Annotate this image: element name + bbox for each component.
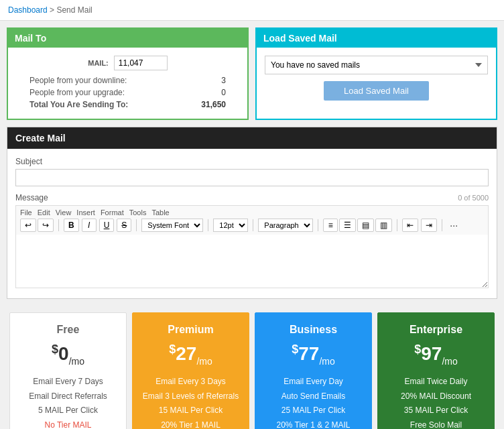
align-left-button[interactable]: ≡ [323,219,338,232]
align-justify-button[interactable]: ▥ [375,219,392,232]
menu-insert[interactable]: Insert [76,208,95,217]
align-right-button[interactable]: ▤ [357,219,374,232]
more-options-button[interactable]: ··· [447,220,460,231]
plan-premium-name: Premium [141,324,241,336]
align-group: ≡ ☰ ▤ ▥ [323,219,392,232]
downline-label: People from your downline: [29,76,127,85]
paragraph-select[interactable]: Paragraph [258,219,313,232]
plan-business-features: Email Every Day Auto Send Emails 25 MAIL… [263,375,363,429]
bold-button[interactable]: B [64,219,79,232]
upgrade-label: People from your upgrade: [29,88,125,97]
italic-button[interactable]: I [82,219,97,232]
plan-free-price: $0/mo [18,343,118,367]
editor-toolbar: File Edit View Insert Format Tools Table… [15,205,489,235]
plan-free: Free $0/mo Email Every 7 Days Email Dire… [9,312,127,429]
create-mail-title: Create Mail [7,127,497,149]
align-center-button[interactable]: ☰ [339,219,356,232]
create-mail-section: Create Mail Subject Message 0 of 5000 Fi… [7,127,497,299]
plan-free-name: Free [18,324,118,336]
underline-button[interactable]: U [99,219,115,232]
font-family-select[interactable]: System Font [141,219,203,232]
message-label: Message [15,193,48,202]
toolbar-separator-4 [253,219,253,231]
plan-enterprise-name: Enterprise [386,324,486,336]
load-saved-button[interactable]: Load Saved Mail [324,81,429,101]
load-saved-box: Load Saved Mail You have no saved mails … [255,27,497,120]
plan-premium: Premium $27/mo Email Every 3 Days Email … [132,312,249,429]
pricing-section: Free $0/mo Email Every 7 Days Email Dire… [0,306,504,429]
breadcrumb: Dashboard > Send Mail [0,0,504,21]
plan-enterprise-price: $97/mo [386,343,486,367]
plan-enterprise-features: Email Twice Daily 20% MAIL Discount 35 M… [386,375,486,429]
subject-label: Subject [15,157,489,166]
undo-button[interactable]: ↩ [20,219,36,232]
toolbar-separator-1 [58,219,59,231]
mail-info-downline: People from your downline: 3 [16,74,239,86]
menu-view[interactable]: View [56,208,72,217]
toolbar-separator-7 [442,219,442,231]
plan-business: Business $77/mo Email Every Day Auto Sen… [255,312,372,429]
undo-redo-group: ↩ ↪ [20,219,54,232]
saved-mail-select[interactable]: You have no saved mails [265,56,488,74]
plan-business-name: Business [263,324,363,336]
breadcrumb-dashboard[interactable]: Dashboard [8,5,48,15]
menu-table[interactable]: Table [151,208,169,217]
toolbar-separator-3 [208,219,208,231]
message-count: 0 of 5000 [458,194,489,202]
plan-premium-price: $27/mo [141,343,241,367]
message-textarea[interactable] [15,235,489,288]
menu-format[interactable]: Format [101,208,124,217]
subject-input[interactable] [15,169,489,186]
menu-tools[interactable]: Tools [129,208,147,217]
toolbar-separator-5 [318,219,318,231]
downline-value: 3 [221,76,226,85]
breadcrumb-current: Send Mail [56,5,92,15]
mail-to-box: Mail To MAIL: People from your downline:… [7,27,249,120]
toolbar-menu-row: File Edit View Insert Format Tools Table [20,208,484,217]
mail-info: People from your downline: 3 People from… [16,74,239,111]
upgrade-value: 0 [221,88,226,97]
create-mail-form: Subject Message 0 of 5000 File Edit View… [7,149,497,298]
menu-edit[interactable]: Edit [38,208,50,217]
message-header: Message 0 of 5000 [15,193,489,202]
plan-premium-features: Email Every 3 Days Email 3 Levels of Ref… [141,375,241,429]
font-size-select[interactable]: 12pt [213,219,248,232]
toolbar-separator-6 [397,219,397,231]
strikethrough-button[interactable]: S [117,219,131,232]
mail-input-row: MAIL: [16,56,239,70]
toolbar-separator-2 [136,219,137,231]
top-section: Mail To MAIL: People from your downline:… [0,21,504,127]
mail-info-total: Total You Are Sending To: 31,650 [16,99,239,111]
plan-enterprise: Enterprise $97/mo Email Twice Daily 20% … [377,312,495,429]
indent-decrease-button[interactable]: ⇤ [402,219,418,232]
mail-to-title: Mail To [8,29,247,48]
mail-label: MAIL: [88,59,109,67]
plan-free-features: Email Every 7 Days Email Direct Referral… [18,375,118,429]
total-label: Total You Are Sending To: [29,100,128,109]
indent-increase-button[interactable]: ⇥ [421,219,437,232]
load-saved-title: Load Saved Mail [257,29,496,48]
breadcrumb-separator: > [50,5,56,15]
menu-file[interactable]: File [20,208,32,217]
mail-input[interactable] [114,56,168,70]
plan-free-highlight: No Tier MAIL [44,420,91,429]
toolbar-format-row: ↩ ↪ B I U S System Font 12pt Paragraph [20,219,484,232]
plan-business-price: $77/mo [263,343,363,367]
mail-info-upgrade: People from your upgrade: 0 [16,86,239,99]
total-value: 31,650 [201,100,226,109]
redo-button[interactable]: ↪ [38,219,54,232]
